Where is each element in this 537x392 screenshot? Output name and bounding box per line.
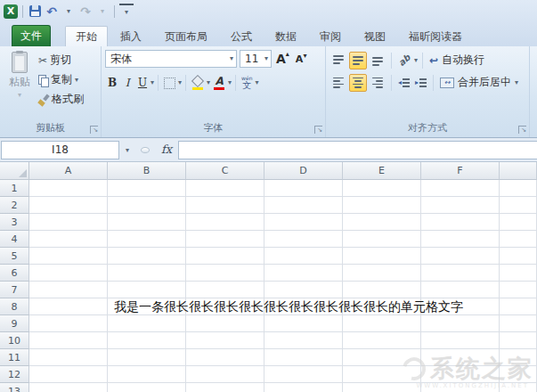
cell-A11[interactable] <box>29 349 108 366</box>
cell-partial-12[interactable] <box>500 366 537 383</box>
tab-foxit-reader[interactable]: 福昕阅读器 <box>398 26 473 46</box>
cell-F13[interactable] <box>421 383 500 392</box>
cell-b9-overflow-text[interactable]: 我是一条很长很长很长很长很长很长很长很长很长的单元格文字 <box>114 298 463 315</box>
cell-E5[interactable] <box>343 248 421 265</box>
cell-B7[interactable] <box>108 282 186 298</box>
save-button[interactable] <box>28 4 42 20</box>
undo-button[interactable]: ↶ <box>45 4 59 20</box>
orientation-dropdown[interactable]: ▾ <box>414 57 418 64</box>
cell-partial-8[interactable] <box>500 298 537 315</box>
tab-review[interactable]: 审阅 <box>309 26 352 46</box>
cell-partial-2[interactable] <box>500 197 537 214</box>
cell-A10[interactable] <box>29 332 108 349</box>
cell-partial-6[interactable] <box>500 265 537 282</box>
cell-B1[interactable] <box>108 180 186 197</box>
cell-C13[interactable] <box>186 383 264 392</box>
row-header-11[interactable]: 11 <box>0 349 29 366</box>
cell-B10[interactable] <box>108 332 186 349</box>
cell-E13[interactable] <box>343 383 421 392</box>
cell-F10[interactable] <box>421 332 500 349</box>
cell-A7[interactable] <box>29 282 108 298</box>
cell-E7[interactable] <box>343 282 421 298</box>
cell-F1[interactable] <box>421 180 500 197</box>
cell-partial-4[interactable] <box>500 231 537 248</box>
redo-dropdown[interactable]: ▾ <box>95 4 110 20</box>
row-header-7[interactable]: 7 <box>0 282 29 298</box>
cell-partial-11[interactable] <box>500 349 537 366</box>
alignment-dialog-launcher[interactable]: ↘ <box>518 126 526 134</box>
decrease-font-size-button[interactable]: A ▾ <box>294 53 309 65</box>
cell-C12[interactable] <box>186 366 264 383</box>
cell-E1[interactable] <box>343 180 421 197</box>
cell-C6[interactable] <box>186 265 264 282</box>
cell-partial-5[interactable] <box>500 248 537 265</box>
cell-D5[interactable] <box>264 248 343 265</box>
column-header-A[interactable]: A <box>29 162 108 180</box>
cell-E10[interactable] <box>343 332 421 349</box>
cell-A9[interactable] <box>29 315 108 332</box>
format-painter-button[interactable]: 格式刷 <box>38 90 84 109</box>
clipboard-dialog-launcher[interactable]: ↘ <box>90 126 98 134</box>
increase-indent-button[interactable]: ▸ <box>413 74 428 92</box>
tab-view[interactable]: 视图 <box>354 26 396 46</box>
align-left-button[interactable] <box>330 74 347 92</box>
tab-formulas[interactable]: 公式 <box>220 26 263 46</box>
align-bottom-button[interactable] <box>369 52 386 69</box>
underline-button[interactable]: U <box>135 74 150 92</box>
decrease-indent-button[interactable]: ◂ <box>396 74 411 92</box>
cell-partial-7[interactable] <box>500 282 537 298</box>
cell-B9[interactable] <box>108 315 186 332</box>
cell-C3[interactable] <box>186 214 264 231</box>
underline-dropdown[interactable]: ▾ <box>151 79 154 86</box>
cell-D9[interactable] <box>264 315 343 332</box>
excel-app-icon[interactable]: X <box>4 4 18 19</box>
cell-F5[interactable] <box>421 248 500 265</box>
cell-E3[interactable] <box>343 214 421 231</box>
tab-file[interactable]: 文件 <box>12 25 51 46</box>
cell-C5[interactable] <box>186 248 264 265</box>
align-top-button[interactable] <box>330 52 347 69</box>
cell-D10[interactable] <box>264 332 343 349</box>
column-header-D[interactable]: D <box>264 162 343 180</box>
cell-A12[interactable] <box>29 366 108 383</box>
cell-A5[interactable] <box>29 248 108 265</box>
phonetic-guide-button[interactable]: wén 文 <box>240 74 254 92</box>
column-header-C[interactable]: C <box>186 162 264 180</box>
cell-A1[interactable] <box>29 180 108 197</box>
font-color-button[interactable]: A <box>211 74 227 92</box>
column-header-E[interactable]: E <box>343 162 421 180</box>
formula-bar-splitter[interactable] <box>135 147 155 153</box>
cut-button[interactable]: ✂ 剪切 <box>38 51 84 69</box>
orientation-button[interactable]: ab <box>396 52 412 69</box>
tab-page-layout[interactable]: 页面布局 <box>154 26 218 46</box>
bold-button[interactable]: B <box>105 74 119 92</box>
cell-E6[interactable] <box>343 265 421 282</box>
row-header-1[interactable]: 1 <box>0 180 29 197</box>
cell-F9[interactable] <box>421 315 500 332</box>
cell-A4[interactable] <box>29 231 108 248</box>
cell-A13[interactable] <box>29 383 108 392</box>
cell-partial-9[interactable] <box>500 315 537 332</box>
row-header-8[interactable]: 8 <box>0 298 29 315</box>
paste-button[interactable]: 粘贴 ▾ <box>4 50 36 122</box>
cell-A2[interactable] <box>29 197 108 214</box>
fill-color-dropdown[interactable]: ▾ <box>207 79 210 86</box>
cell-E9[interactable] <box>343 315 421 332</box>
column-header-F[interactable]: F <box>421 162 500 180</box>
cell-partial-13[interactable] <box>500 383 537 392</box>
cell-C4[interactable] <box>186 231 264 248</box>
increase-font-size-button[interactable]: A ▴ <box>274 52 291 66</box>
cell-partial-1[interactable] <box>500 180 537 197</box>
cell-E2[interactable] <box>343 197 421 214</box>
column-header-B[interactable]: B <box>108 162 186 180</box>
wrap-text-button[interactable]: ↩ 自动换行 <box>427 51 486 69</box>
cell-D1[interactable] <box>264 180 343 197</box>
cell-F3[interactable] <box>421 214 500 231</box>
cell-E4[interactable] <box>343 231 421 248</box>
phonetic-dropdown[interactable]: ▾ <box>255 79 258 86</box>
cell-E12[interactable] <box>343 366 421 383</box>
merge-and-center-button[interactable]: ↔ 合并后居中 ▾ <box>438 73 520 92</box>
cell-D13[interactable] <box>264 383 343 392</box>
formula-input[interactable] <box>178 141 537 159</box>
borders-dropdown[interactable]: ▾ <box>178 79 182 86</box>
